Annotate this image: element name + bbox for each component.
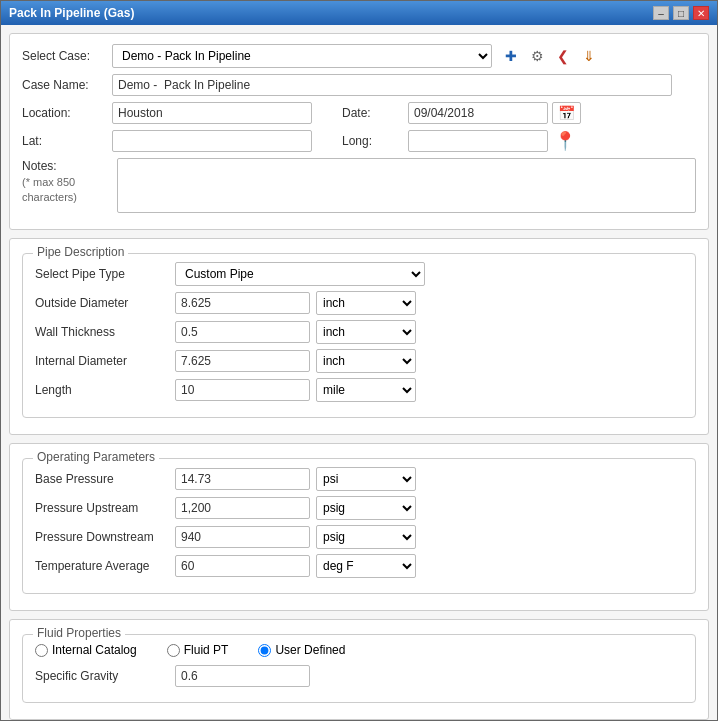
pressure-upstream-unit-select[interactable]: psigkPagbarg	[316, 496, 416, 520]
location-pin-icon[interactable]: 📍	[554, 130, 576, 152]
window-controls: – □ ✕	[653, 6, 709, 20]
date-input[interactable]	[408, 102, 548, 124]
length-label: Length	[35, 383, 175, 397]
select-case-dropdown[interactable]: Demo - Pack In Pipeline	[112, 44, 492, 68]
main-content: Select Case: Demo - Pack In Pipeline ✚ ⚙…	[1, 25, 717, 720]
radio-internal-catalog-label: Internal Catalog	[52, 643, 137, 657]
length-row: Length milekmft	[35, 378, 683, 402]
base-pressure-input[interactable]	[175, 468, 310, 490]
toolbar-icons: ✚ ⚙ ❮ ⇓	[500, 45, 600, 67]
outside-diameter-input[interactable]	[175, 292, 310, 314]
case-name-row: Case Name:	[22, 74, 696, 96]
notes-textarea[interactable]	[117, 158, 696, 213]
long-input[interactable]	[408, 130, 548, 152]
temperature-average-unit-select[interactable]: deg Fdeg CK	[316, 554, 416, 578]
case-name-input[interactable]	[112, 74, 672, 96]
length-input[interactable]	[175, 379, 310, 401]
fluid-properties-section: Fluid Properties Internal Catalog Fluid …	[9, 619, 709, 720]
radio-internal-catalog-input[interactable]	[35, 644, 48, 657]
share-icon[interactable]: ❮	[552, 45, 574, 67]
operating-parameters-title: Operating Parameters	[33, 450, 159, 464]
lat-long-row: Lat: Long: 📍	[22, 130, 696, 152]
pressure-downstream-label: Pressure Downstream	[35, 530, 175, 544]
pipe-type-label: Select Pipe Type	[35, 267, 175, 281]
fluid-properties-group: Fluid Properties Internal Catalog Fluid …	[22, 634, 696, 703]
internal-diameter-row: Internal Diameter inchmmcm	[35, 349, 683, 373]
notes-label: Notes:	[22, 158, 117, 175]
temperature-average-label: Temperature Average	[35, 559, 175, 573]
outside-diameter-label: Outside Diameter	[35, 296, 175, 310]
pipe-type-row: Select Pipe Type Custom Pipe Standard Pi…	[35, 262, 683, 286]
pressure-downstream-unit-select[interactable]: psigkPagbarg	[316, 525, 416, 549]
location-label: Location:	[22, 106, 112, 120]
wall-thickness-row: Wall Thickness inchmmcm	[35, 320, 683, 344]
lat-input[interactable]	[112, 130, 312, 152]
location-date-row: Location: Date: 📅	[22, 102, 696, 124]
minimize-button[interactable]: –	[653, 6, 669, 20]
long-label: Long:	[342, 134, 402, 148]
radio-user-defined-label: User Defined	[275, 643, 345, 657]
pipe-type-dropdown[interactable]: Custom Pipe Standard Pipe	[175, 262, 425, 286]
specific-gravity-input[interactable]	[175, 665, 310, 687]
radio-user-defined[interactable]: User Defined	[258, 643, 345, 657]
select-case-row: Select Case: Demo - Pack In Pipeline ✚ ⚙…	[22, 44, 696, 68]
pressure-upstream-row: Pressure Upstream psigkPagbarg	[35, 496, 683, 520]
date-picker-button[interactable]: 📅	[552, 102, 581, 124]
close-button[interactable]: ✕	[693, 6, 709, 20]
pressure-downstream-input[interactable]	[175, 526, 310, 548]
temperature-average-input[interactable]	[175, 555, 310, 577]
select-case-label: Select Case:	[22, 49, 112, 63]
operating-parameters-section: Operating Parameters Base Pressure psikP…	[9, 443, 709, 611]
radio-fluid-pt-input[interactable]	[167, 644, 180, 657]
wall-thickness-label: Wall Thickness	[35, 325, 175, 339]
radio-internal-catalog[interactable]: Internal Catalog	[35, 643, 137, 657]
pressure-downstream-row: Pressure Downstream psigkPagbarg	[35, 525, 683, 549]
specific-gravity-label: Specific Gravity	[35, 669, 175, 683]
pipe-description-title: Pipe Description	[33, 245, 128, 259]
pipe-description-section: Pipe Description Select Pipe Type Custom…	[9, 238, 709, 435]
radio-fluid-pt[interactable]: Fluid PT	[167, 643, 229, 657]
notes-sublabel: (* max 850 characters)	[22, 175, 117, 206]
internal-diameter-input[interactable]	[175, 350, 310, 372]
settings-icon[interactable]: ⚙	[526, 45, 548, 67]
wall-thickness-input[interactable]	[175, 321, 310, 343]
base-pressure-row: Base Pressure psikPabar	[35, 467, 683, 491]
length-unit-select[interactable]: milekmft	[316, 378, 416, 402]
main-window: Pack In Pipeline (Gas) – □ ✕ Select Case…	[0, 0, 718, 721]
fluid-properties-title: Fluid Properties	[33, 626, 125, 640]
radio-fluid-pt-label: Fluid PT	[184, 643, 229, 657]
outside-diameter-unit-select[interactable]: inchmmcm	[316, 291, 416, 315]
temperature-average-row: Temperature Average deg Fdeg CK	[35, 554, 683, 578]
wall-thickness-unit-select[interactable]: inchmmcm	[316, 320, 416, 344]
outside-diameter-row: Outside Diameter inchmmcm	[35, 291, 683, 315]
fluid-radio-row: Internal Catalog Fluid PT User Defined	[35, 643, 683, 657]
date-label: Date:	[342, 106, 402, 120]
radio-user-defined-input[interactable]	[258, 644, 271, 657]
window-title: Pack In Pipeline (Gas)	[9, 6, 134, 20]
pipe-description-group: Pipe Description Select Pipe Type Custom…	[22, 253, 696, 418]
specific-gravity-row: Specific Gravity	[35, 665, 683, 687]
internal-diameter-label: Internal Diameter	[35, 354, 175, 368]
lat-label: Lat:	[22, 134, 112, 148]
info-section: Select Case: Demo - Pack In Pipeline ✚ ⚙…	[9, 33, 709, 230]
case-name-label: Case Name:	[22, 78, 112, 92]
restore-button[interactable]: □	[673, 6, 689, 20]
location-input[interactable]	[112, 102, 312, 124]
download-icon[interactable]: ⇓	[578, 45, 600, 67]
title-bar: Pack In Pipeline (Gas) – □ ✕	[1, 1, 717, 25]
operating-parameters-group: Operating Parameters Base Pressure psikP…	[22, 458, 696, 594]
base-pressure-label: Base Pressure	[35, 472, 175, 486]
internal-diameter-unit-select[interactable]: inchmmcm	[316, 349, 416, 373]
add-icon[interactable]: ✚	[500, 45, 522, 67]
pressure-upstream-label: Pressure Upstream	[35, 501, 175, 515]
notes-row: Notes: (* max 850 characters)	[22, 158, 696, 213]
base-pressure-unit-select[interactable]: psikPabar	[316, 467, 416, 491]
pressure-upstream-input[interactable]	[175, 497, 310, 519]
